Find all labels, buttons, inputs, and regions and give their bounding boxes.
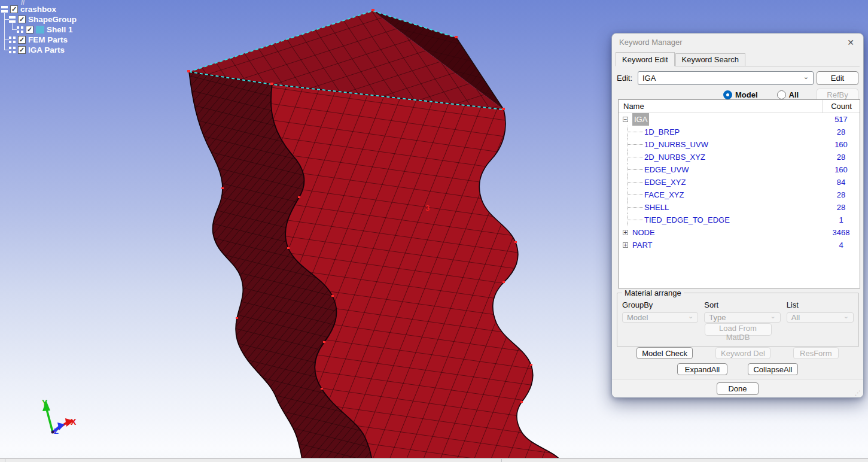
resize-grip-icon[interactable]: ⋰: [855, 390, 861, 396]
status-bar-divider: [501, 459, 502, 462]
expand-icon[interactable]: +: [623, 230, 628, 235]
keyword-count: 4: [823, 239, 860, 251]
close-icon[interactable]: ✕: [845, 37, 856, 48]
keyword-count: 84: [823, 176, 860, 189]
list-value: All: [791, 313, 843, 322]
part-id-label: 3: [425, 203, 430, 212]
resform-button[interactable]: ResForm: [793, 347, 839, 359]
tree-connector: [4, 39, 9, 40]
collapse-icon[interactable]: [1, 6, 8, 13]
keyword-row-edge_uvw[interactable]: EDGE_UVW160: [619, 163, 860, 176]
keyword-name: 1D_NURBS_UVW: [644, 138, 708, 151]
list-label: List: [787, 300, 854, 310]
keyword-table-body: −IGA5171D_BREP281D_NURBS_UVW1602D_NURBS_…: [619, 113, 860, 251]
sort-value: Type: [709, 313, 770, 322]
collapse-icon[interactable]: [9, 16, 16, 23]
keyword-table: Name Count −IGA5171D_BREP281D_NURBS_UVW1…: [618, 99, 860, 288]
tree-item-fem-parts[interactable]: FEM Parts: [9, 35, 68, 45]
done-button[interactable]: Done: [717, 382, 759, 395]
keyword-del-button[interactable]: Keyword Del: [715, 347, 770, 359]
expand-all-button[interactable]: ExpandAll: [677, 363, 727, 375]
edit-button[interactable]: Edit: [817, 71, 858, 85]
collapse-all-button[interactable]: CollapseAll: [748, 363, 798, 375]
keyword-row-face_xyz[interactable]: FACE_XYZ28: [619, 189, 860, 201]
tree-item-label: IGA Parts: [28, 45, 65, 55]
tree-item-iga-parts[interactable]: IGA Parts: [9, 45, 65, 55]
x-axis-label: X: [71, 417, 77, 427]
model-tree: crashboxShapeGroupShell 1FEM PartsIGA Pa…: [0, 0, 156, 60]
expand-icon[interactable]: [17, 26, 23, 33]
column-header-count[interactable]: Count: [823, 100, 860, 113]
load-from-matdb-button[interactable]: Load From MatDB: [705, 323, 772, 336]
sort-combobox[interactable]: Type ⌄: [704, 312, 780, 323]
expand-icon[interactable]: [9, 37, 16, 43]
keyword-count: 3468: [823, 226, 860, 239]
keyword-manager-dialog: Keyword Manager ✕ Keyword Edit Keyword S…: [611, 33, 864, 398]
visibility-checkbox[interactable]: [18, 16, 26, 23]
visibility-checkbox[interactable]: [18, 36, 26, 44]
model-check-button[interactable]: Model Check: [636, 347, 693, 359]
keyword-row-2d_nurbs_xyz[interactable]: 2D_NURBS_XYZ28: [619, 151, 860, 163]
dialog-title: Keyword Manager: [612, 34, 863, 51]
keyword-row-1d_nurbs_uvw[interactable]: 1D_NURBS_UVW160: [619, 138, 860, 151]
dialog-footer: Done ⋰: [612, 379, 863, 397]
z-axis-label: Z: [54, 427, 59, 436]
visibility-checkbox[interactable]: [26, 26, 33, 34]
list-combobox[interactable]: All ⌄: [787, 312, 854, 323]
keyword-row-node[interactable]: +NODE3468: [619, 226, 860, 239]
keyword-row-iga[interactable]: −IGA517: [619, 113, 860, 126]
edit-label: Edit:: [617, 74, 635, 83]
keyword-name: SHELL: [644, 201, 669, 214]
chevron-down-icon: ⌄: [843, 312, 849, 320]
tree-connector: [4, 19, 9, 20]
groupby-combobox[interactable]: Model ⌄: [622, 312, 698, 323]
axis-triad: Y X Z: [42, 398, 77, 436]
keyword-count: 28: [823, 151, 860, 163]
material-arrange-group: Material arrange GroupBy Model ⌄ Sort Ty…: [617, 293, 859, 347]
visibility-checkbox[interactable]: [10, 5, 18, 13]
keyword-row-shell[interactable]: SHELL28: [619, 201, 860, 214]
tree-connector: [12, 29, 17, 30]
keyword-name: EDGE_UVW: [644, 163, 689, 176]
keyword-count: 28: [823, 201, 860, 214]
keyword-row-1d_brep[interactable]: 1D_BREP28: [619, 126, 860, 138]
all-radio[interactable]: [777, 90, 786, 99]
keyword-name: 1D_BREP: [644, 126, 680, 138]
dialog-tabs: Keyword Edit Keyword Search: [616, 52, 860, 66]
expand-icon[interactable]: +: [623, 242, 628, 248]
keyword-combobox-value: IGA: [642, 74, 803, 83]
part-color-swatch: [36, 26, 44, 34]
tree-item-shell-1[interactable]: Shell 1: [17, 25, 73, 35]
sort-label: Sort: [704, 300, 780, 310]
keyword-name: 2D_NURBS_XYZ: [644, 151, 705, 163]
keyword-row-edge_xyz[interactable]: EDGE_XYZ84: [619, 176, 860, 189]
status-bar: [0, 458, 868, 462]
keyword-name: PART: [632, 239, 652, 251]
tree-item-crashbox[interactable]: crashbox: [1, 4, 56, 14]
keyword-name: TIED_EDGE_TO_EDGE: [644, 214, 730, 226]
model-radio[interactable]: [723, 90, 732, 99]
keyword-row-tied_edge_to_edge[interactable]: TIED_EDGE_TO_EDGE1: [619, 214, 860, 226]
tab-keyword-search[interactable]: Keyword Search: [675, 53, 745, 66]
keyword-count: 28: [823, 126, 860, 138]
keyword-row-part[interactable]: +PART4: [619, 239, 860, 251]
chevron-down-icon: ⌄: [803, 73, 809, 81]
expand-icon[interactable]: [9, 47, 16, 53]
visibility-checkbox[interactable]: [18, 46, 26, 54]
tree-item-label: crashbox: [20, 4, 56, 14]
groupby-value: Model: [627, 313, 688, 322]
tree-item-shapegroup[interactable]: ShapeGroup: [9, 14, 77, 25]
crashbox-model: 3: [187, 9, 562, 462]
collapse-icon[interactable]: −: [623, 117, 628, 122]
keyword-count: 517: [823, 113, 860, 126]
y-axis-label: Y: [42, 398, 48, 408]
keyword-count: 160: [823, 163, 860, 176]
model-radio-label: Model: [735, 90, 758, 99]
keyword-table-header: Name Count: [619, 100, 860, 113]
keyword-count: 1: [823, 214, 860, 226]
tree-item-label: ShapeGroup: [28, 14, 77, 25]
column-header-name[interactable]: Name: [619, 100, 823, 113]
keyword-combobox[interactable]: IGA ⌄: [638, 71, 814, 85]
tab-keyword-edit[interactable]: Keyword Edit: [616, 52, 675, 66]
keyword-count: 160: [823, 138, 860, 151]
